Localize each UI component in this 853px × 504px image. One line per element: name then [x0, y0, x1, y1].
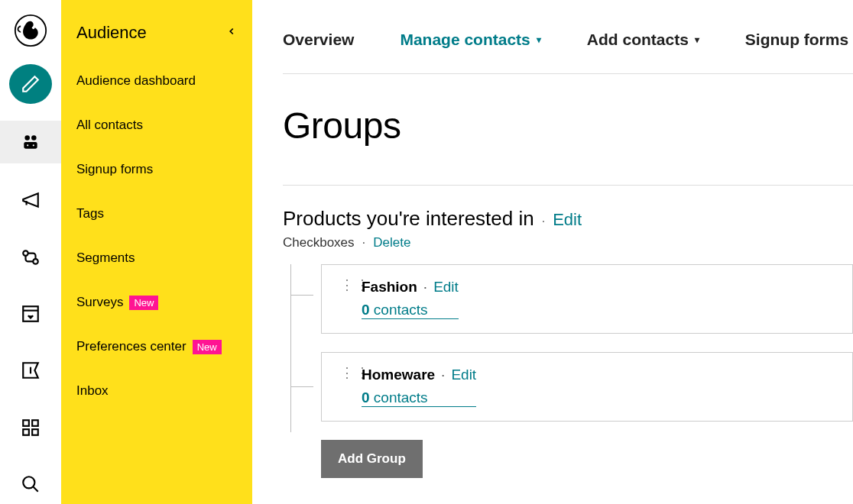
drag-handle-icon[interactable]: ⋮⋮	[340, 279, 348, 288]
contacts-count: 0	[362, 389, 370, 405]
separator: ·	[441, 367, 445, 383]
group-contacts-link[interactable]: 0 contacts	[362, 389, 476, 407]
tab-signup-forms[interactable]: Signup forms	[745, 31, 848, 49]
contacts-word: contacts	[374, 302, 428, 318]
group-card: ⋮⋮ Fashion · Edit 0 contacts	[321, 264, 853, 334]
svg-rect-11	[32, 420, 38, 426]
chevron-left-icon	[226, 26, 237, 40]
tab-label: Overview	[283, 31, 354, 49]
sidebar: Audience Audience dashboard All contacts…	[61, 0, 252, 504]
group-name: Fashion	[362, 279, 417, 296]
tab-manage-contacts[interactable]: Manage contacts▾	[400, 31, 540, 49]
tab-label: Manage contacts	[400, 31, 530, 49]
page-title: Groups	[283, 105, 853, 147]
category-edit-link[interactable]: Edit	[553, 210, 582, 230]
svg-point-2	[24, 136, 30, 141]
sidebar-item-tags[interactable]: Tags	[76, 206, 237, 221]
tab-add-contacts[interactable]: Add contacts▾	[587, 31, 699, 49]
sidebar-item-inbox[interactable]: Inbox	[76, 383, 237, 399]
svg-rect-4	[24, 142, 37, 149]
rail-integrations-button[interactable]	[9, 407, 52, 447]
svg-point-5	[27, 145, 28, 147]
tab-label: Signup forms	[745, 31, 848, 49]
sidebar-item-label: Surveys	[76, 295, 123, 310]
rail-automations-button[interactable]	[9, 237, 52, 277]
tabs: Overview Manage contacts▾ Add contacts▾ …	[283, 31, 853, 74]
icon-rail	[0, 0, 61, 504]
svg-point-14	[23, 477, 34, 488]
category-title: Products you're interested in	[283, 207, 534, 231]
sidebar-item-label: All contacts	[76, 118, 143, 133]
sidebar-item-label: Inbox	[76, 383, 109, 399]
group-edit-link[interactable]: Edit	[433, 279, 459, 296]
svg-rect-12	[23, 429, 29, 435]
tab-label: Add contacts	[587, 31, 689, 49]
sidebar-title: Audience	[76, 23, 147, 43]
sidebar-item-all-contacts[interactable]: All contacts	[76, 118, 237, 133]
rail-content-button[interactable]	[9, 351, 52, 390]
drag-handle-icon[interactable]: ⋮⋮	[340, 367, 348, 376]
group-contacts-link[interactable]: 0 contacts	[362, 302, 459, 319]
main-content: Overview Manage contacts▾ Add contacts▾ …	[252, 0, 853, 504]
rail-campaigns-button[interactable]	[9, 180, 52, 220]
category-type: Checkboxes	[283, 235, 355, 250]
sidebar-item-segments[interactable]: Segments	[76, 250, 237, 266]
rail-create-button[interactable]	[9, 64, 52, 104]
category-delete-link[interactable]: Delete	[373, 235, 410, 250]
svg-rect-10	[23, 420, 29, 426]
separator: ·	[542, 215, 545, 228]
sidebar-item-surveys[interactable]: SurveysNew	[76, 295, 237, 310]
category-header: Products you're interested in · Edit	[283, 207, 853, 231]
rail-audience-button[interactable]	[0, 121, 61, 163]
chevron-down-icon: ▾	[695, 34, 699, 45]
tree-connector	[290, 386, 313, 387]
sidebar-item-label: Signup forms	[76, 162, 153, 177]
separator: ·	[423, 279, 427, 296]
svg-point-1	[32, 27, 35, 30]
rail-search-button[interactable]	[9, 464, 52, 504]
divider	[283, 185, 853, 186]
contacts-count: 0	[362, 302, 370, 318]
group-name: Homeware	[362, 367, 435, 383]
sidebar-item-label: Segments	[76, 250, 135, 266]
sidebar-item-signup-forms[interactable]: Signup forms	[76, 162, 237, 177]
rail-website-button[interactable]	[9, 294, 52, 334]
category-meta: Checkboxes · Delete	[283, 235, 853, 250]
new-badge: New	[193, 340, 222, 354]
sidebar-item-preferences-center[interactable]: Preferences centerNew	[76, 339, 237, 354]
svg-point-7	[23, 250, 28, 256]
separator: ·	[362, 235, 366, 250]
svg-point-8	[33, 259, 38, 264]
group-edit-link[interactable]: Edit	[451, 367, 476, 383]
new-badge: New	[129, 296, 158, 310]
group-card: ⋮⋮ Homeware · Edit 0 contacts	[321, 352, 853, 422]
chevron-down-icon: ▾	[537, 34, 541, 45]
tab-overview[interactable]: Overview	[283, 31, 354, 49]
sidebar-header[interactable]: Audience	[76, 23, 237, 43]
sidebar-item-label: Audience dashboard	[76, 73, 196, 89]
mailchimp-logo[interactable]	[14, 14, 47, 47]
tree-connector	[290, 295, 313, 296]
svg-point-3	[31, 136, 37, 141]
svg-point-6	[33, 145, 34, 147]
sidebar-item-label: Preferences center	[76, 339, 186, 354]
add-group-button[interactable]: Add Group	[321, 440, 423, 478]
sidebar-item-label: Tags	[76, 206, 104, 221]
contacts-word: contacts	[374, 389, 428, 405]
svg-rect-13	[32, 429, 38, 435]
sidebar-item-audience-dashboard[interactable]: Audience dashboard	[76, 73, 237, 89]
tree-line	[290, 264, 291, 432]
